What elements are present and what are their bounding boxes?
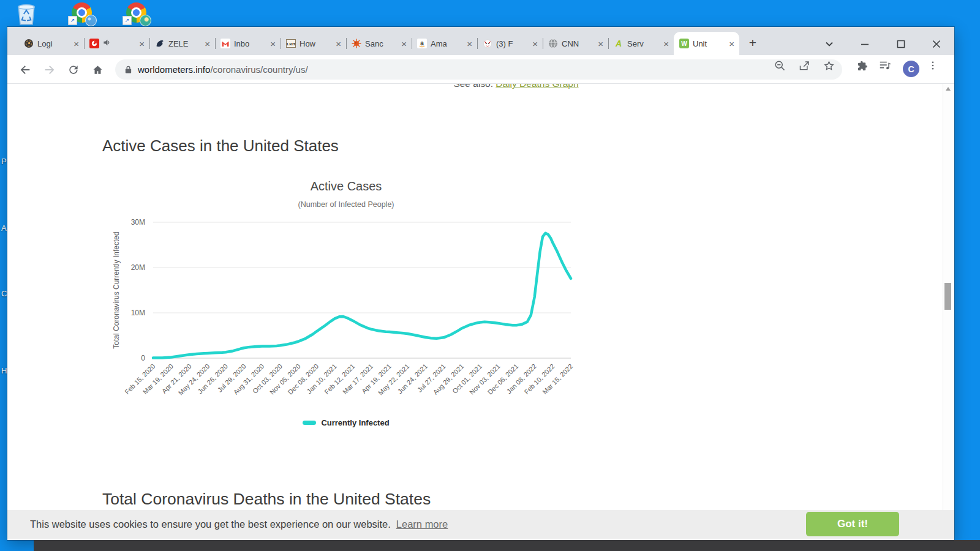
cookie-banner: This website uses cookies to ensure you … <box>7 510 954 539</box>
extensions-puzzle-icon[interactable] <box>854 58 869 73</box>
back-icon[interactable] <box>18 62 32 77</box>
tab-audio-speaker-icon[interactable] <box>103 39 111 48</box>
tab-search-chevron-icon[interactable] <box>821 36 838 53</box>
media-controls-icon[interactable] <box>878 58 892 73</box>
tab-close-icon[interactable]: × <box>466 39 473 48</box>
browser-tab-zele[interactable]: ZELE× <box>149 32 215 55</box>
chart-title: Active Cases <box>110 179 582 193</box>
new-tab-button[interactable]: + <box>744 35 761 52</box>
browser-tab-ama[interactable]: aAma× <box>412 32 477 55</box>
browser-tab-cnn[interactable]: CNN× <box>543 32 608 55</box>
page-title: Active Cases in the United States <box>102 137 339 156</box>
menu-dots-icon[interactable] <box>925 58 940 73</box>
virus-favicon-icon <box>352 39 361 48</box>
maximize-button[interactable] <box>892 36 910 53</box>
desktop-icon-partial-label: P <box>1 157 7 166</box>
browser-toolbar: worldometers.info/coronavirus/country/us… <box>7 55 954 84</box>
chrome-browser-window: Logi××ZELE×Inbo×LRHHow×Sanc×aAma×(3) F×C… <box>7 27 954 540</box>
tab-label: (3) F <box>496 39 527 48</box>
tab-close-icon[interactable]: × <box>138 39 146 48</box>
red-media-favicon-icon <box>89 39 99 48</box>
shortcut-arrow-icon: ↗ <box>123 16 132 25</box>
page-scrollbar[interactable] <box>943 84 953 539</box>
url-domain: worldometers.info <box>138 64 210 75</box>
amazon-favicon-icon: a <box>417 39 427 48</box>
desktop-icon-partial-label: C <box>1 289 7 298</box>
svg-text:A: A <box>615 39 622 48</box>
recycle-bin-glyph <box>16 1 37 26</box>
browser-tab-serv[interactable]: AServ× <box>608 32 674 55</box>
windows-desktop: ↗ ↗ PACH Logi××ZELE×Inbo×LRHHow×Sanc×aAm… <box>0 0 980 551</box>
got-it-button[interactable]: Got it! <box>806 512 899 536</box>
tab-label: Sanc <box>365 39 396 48</box>
legend-label: Currently Infected <box>321 418 389 427</box>
browser-tab--3-f[interactable]: (3) F× <box>477 32 543 55</box>
tab-close-icon[interactable]: × <box>662 39 670 48</box>
chrome-icon: ↗ <box>72 2 92 23</box>
address-bar[interactable]: worldometers.info/coronavirus/country/us… <box>115 59 842 80</box>
svg-text:W: W <box>681 40 687 47</box>
y-axis-tick-label: 0 <box>141 354 145 362</box>
url-path: /coronavirus/country/us/ <box>210 64 307 75</box>
svg-text:a: a <box>420 40 424 47</box>
chart-subtitle: (Number of Infected People) <box>110 200 582 209</box>
profile-badge-icon <box>85 15 97 26</box>
scroll-up-arrow-icon[interactable] <box>946 87 951 91</box>
y-axis-tick-label: 20M <box>131 263 145 272</box>
tab-close-icon[interactable]: × <box>334 39 342 48</box>
tab-close-icon[interactable]: × <box>203 39 211 48</box>
tab-close-icon[interactable]: × <box>72 39 80 48</box>
learn-more-link[interactable]: Learn more <box>396 519 448 530</box>
tab-close-icon[interactable]: × <box>400 39 408 48</box>
lrh-favicon-icon: LRH <box>286 39 296 48</box>
tab-strip: Logi××ZELE×Inbo×LRHHow×Sanc×aAma×(3) F×C… <box>7 27 954 55</box>
tab-close-icon[interactable]: × <box>728 39 736 48</box>
home-icon[interactable] <box>90 62 105 77</box>
chrome-shortcut-1[interactable]: ↗ <box>72 2 92 23</box>
recycle-bin-icon[interactable] <box>16 1 37 26</box>
tab-label: ZELE <box>168 39 200 48</box>
chrome-shortcut-2[interactable]: ↗ <box>126 2 146 23</box>
forward-icon[interactable] <box>42 62 57 77</box>
y-axis-tick-label: 10M <box>131 309 145 317</box>
browser-tab-inbo[interactable]: Inbo× <box>215 32 281 55</box>
zoom-out-icon[interactable] <box>772 58 787 73</box>
svg-text:LRH: LRH <box>287 42 295 46</box>
angi-favicon-icon: A <box>614 39 624 48</box>
browser-tab-1[interactable]: × <box>84 32 149 55</box>
profile-avatar[interactable]: C <box>903 61 919 77</box>
y-axis-title: Total Coronavirus Currently Infected <box>112 231 121 348</box>
reload-icon[interactable] <box>66 62 81 77</box>
next-section-title: Total Coronavirus Deaths in the United S… <box>102 490 431 509</box>
active-cases-chart[interactable]: 30M20M10M0Total Coronavirus Currently In… <box>110 214 582 419</box>
chrome-icon: ↗ <box>126 2 146 23</box>
legend-marker-icon <box>303 421 316 425</box>
tab-close-icon[interactable]: × <box>531 39 539 48</box>
browser-tab-sanc[interactable]: Sanc× <box>346 32 412 55</box>
tab-close-icon[interactable]: × <box>269 39 277 48</box>
browser-tab-unit[interactable]: WUnit× <box>674 32 739 55</box>
page-content: See also: Daily Deaths Graph Active Case… <box>7 84 954 540</box>
globe-favicon-icon <box>548 39 558 48</box>
chart-legend[interactable]: Currently Infected <box>110 418 582 427</box>
lock-icon[interactable] <box>124 65 132 74</box>
bookmark-star-icon[interactable] <box>821 58 836 73</box>
tab-label: CNN <box>562 39 593 48</box>
tab-close-icon[interactable]: × <box>597 39 605 48</box>
close-window-button[interactable] <box>928 36 945 53</box>
gmail-favicon-icon <box>221 39 230 48</box>
cookie-message: This website uses cookies to ensure you … <box>30 519 391 530</box>
tab-label: Inbo <box>234 39 265 48</box>
compass-favicon-icon <box>24 39 34 48</box>
currently-infected-line <box>153 233 571 358</box>
minimize-button[interactable] <box>856 36 873 53</box>
worldometers-favicon-icon: W <box>679 39 689 48</box>
y-axis-tick-label: 30M <box>131 218 145 227</box>
scrollbar-thumb[interactable] <box>944 283 951 310</box>
background-window-strip <box>34 540 980 551</box>
fox-favicon-icon <box>483 39 492 48</box>
desktop-icon-partial-label: A <box>1 223 7 233</box>
browser-tab-how[interactable]: LRHHow× <box>281 32 346 55</box>
share-icon[interactable] <box>797 58 812 73</box>
browser-tab-logi[interactable]: Logi× <box>18 32 84 55</box>
